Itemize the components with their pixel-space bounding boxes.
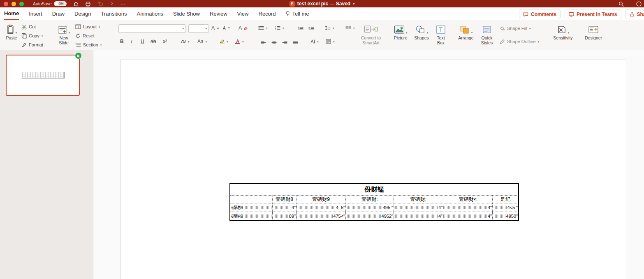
arrange-dropdown-icon[interactable]: ▾ [471,31,473,34]
font-color-dropdown-icon[interactable]: ▾ [242,40,244,43]
tab-slide-show[interactable]: Slide Show [173,7,200,20]
font-color-button[interactable]: A ▾ [235,38,244,45]
font-size-input[interactable] [189,25,205,32]
highlight-dropdown-icon[interactable]: ▾ [227,40,228,43]
home-quick-icon[interactable] [73,1,79,7]
shapes-dropdown-icon[interactable]: ▾ [427,31,429,34]
paste-button[interactable]: ▾ Paste [2,23,21,40]
tab-home[interactable]: Home [4,7,19,20]
quick-styles-button[interactable]: Quick Styles [478,23,496,45]
convert-to-smartart-button[interactable]: Convert to SmartArt [355,23,387,45]
share-button[interactable]: Share [625,9,644,19]
font-name-combo[interactable]: ▾ [118,24,186,33]
justify-button[interactable] [293,38,298,45]
align-text-button[interactable]: ▾ [326,38,335,45]
reset-button[interactable]: Reset [75,32,95,39]
grow-font-button[interactable]: A▲ [211,24,219,32]
change-case-button[interactable]: Aa▾ [197,38,207,45]
font-size-dropdown-icon[interactable]: ▾ [205,27,207,30]
bullets-dropdown-icon[interactable]: ▾ [266,27,268,30]
slide-thumbnail-1[interactable]: B [6,55,80,96]
row-label-cell: 硝钠8 [230,203,272,212]
autosave-toggle[interactable]: AutoSave ON [33,1,67,6]
clear-formatting-button[interactable]: A [239,24,248,32]
undo-icon[interactable] [97,1,103,6]
window-title: P test excel pic — Saved ▾ [0,0,644,7]
shrink-font-button[interactable]: A▼ [223,24,230,32]
shape-fill-button[interactable]: Shape Fill ▾ [499,25,530,32]
tab-transitions[interactable]: Transitions [101,7,127,20]
decrease-indent-button[interactable] [298,24,303,32]
print-icon[interactable] [85,1,91,7]
search-icon[interactable] [619,1,624,7]
minimize-window-button[interactable] [12,2,16,6]
shape-outline-button[interactable]: Shape Outline ▾ [499,38,539,45]
designer-button[interactable]: Designer [583,23,604,40]
section-button[interactable]: Section ▾ [75,41,102,48]
arrange-button[interactable]: ▾ Arrange [456,23,476,40]
close-window-button[interactable] [4,2,8,6]
increase-indent-button[interactable] [308,24,314,32]
underline-button[interactable]: U [141,38,144,45]
cut-button[interactable]: Cut [21,23,36,30]
pasted-excel-table[interactable]: 份财锰 壹硒财8 壹硒财9 壹硒财: 壹硒财; 壹硒财< 足纪 硝钠8 4" 4… [229,183,519,221]
columns-button[interactable]: ▾ [345,24,355,32]
shape-fill-dropdown-icon[interactable]: ▾ [529,27,531,30]
new-slide-button[interactable]: ▾ New Slide [54,23,73,45]
font-size-combo[interactable]: ▾ [188,24,209,33]
line-spacing-button[interactable]: ▾ [325,24,334,32]
align-center-button[interactable] [271,38,277,45]
zoom-window-button[interactable] [19,2,24,6]
format-painter-button[interactable]: Format [21,41,43,48]
tab-animations[interactable]: Animations [137,7,163,20]
numbering-button[interactable]: ▾ [275,24,284,32]
comments-button[interactable]: Comments [519,9,561,19]
line-spacing-dropdown-icon[interactable]: ▾ [333,27,334,30]
tab-insert[interactable]: Insert [29,7,42,20]
highlight-color-button[interactable]: ▾ [220,38,228,45]
bullets-button[interactable]: ▾ [258,24,268,32]
align-left-button[interactable] [261,38,266,45]
tab-review[interactable]: Review [210,7,227,20]
new-slide-dropdown-icon[interactable]: ▾ [69,31,70,34]
copy-dropdown-icon[interactable]: ▾ [42,35,43,37]
layout-button[interactable]: Layout ▾ [75,23,100,30]
slide-1[interactable]: 份财锰 壹硒财8 壹硒财9 壹硒财: 壹硒财; 壹硒财< 足纪 硝钠8 4" 4… [120,60,626,279]
tab-draw[interactable]: Draw [52,7,65,20]
text-direction-button[interactable]: ▾ [309,38,319,45]
redo-icon[interactable] [110,2,114,6]
present-in-teams-button[interactable]: Present in Teams [565,9,621,19]
columns-dropdown-icon[interactable]: ▾ [353,27,355,30]
character-spacing-button[interactable]: AV▾ [181,38,189,45]
sensitivity-button[interactable]: ▾ Sensitivity [552,23,574,40]
picture-dropdown-icon[interactable]: ▾ [406,31,408,34]
tab-record[interactable]: Record [259,7,276,20]
strikethrough-button[interactable]: ab [151,38,156,45]
copy-button[interactable]: Copy ▾ [21,32,43,39]
bold-button[interactable]: B [120,38,124,45]
tab-view[interactable]: View [237,7,249,20]
italic-button[interactable]: I [131,38,132,45]
section-dropdown-icon[interactable]: ▾ [100,44,102,46]
text-direction-dropdown-icon[interactable]: ▾ [317,40,319,43]
change-case-dropdown-icon[interactable]: ▾ [206,40,207,43]
picture-button[interactable]: ▾ Picture [391,23,410,40]
align-right-button[interactable] [282,38,287,45]
font-name-input[interactable] [119,25,182,32]
more-commands-icon[interactable]: ⋯ [120,1,126,7]
text-box-button[interactable]: Text Box [433,23,449,45]
sensitivity-dropdown-icon[interactable]: ▾ [568,31,570,34]
shape-outline-dropdown-icon[interactable]: ▾ [538,40,540,43]
align-text-dropdown-icon[interactable]: ▾ [333,40,335,43]
numbering-dropdown-icon[interactable]: ▾ [283,27,284,30]
profile-icon[interactable] [636,1,642,7]
shapes-button[interactable]: ▾ Shapes [412,23,431,40]
superscript-button[interactable]: x² [163,38,167,45]
tab-tell-me[interactable]: Tell me [285,7,309,20]
paste-dropdown-icon[interactable]: ▾ [16,31,17,34]
tab-design[interactable]: Design [74,7,91,20]
character-spacing-dropdown-icon[interactable]: ▾ [188,40,190,43]
data-cell: 4" [443,212,492,220]
font-name-dropdown-icon[interactable]: ▾ [182,27,184,30]
layout-dropdown-icon[interactable]: ▾ [99,25,100,28]
